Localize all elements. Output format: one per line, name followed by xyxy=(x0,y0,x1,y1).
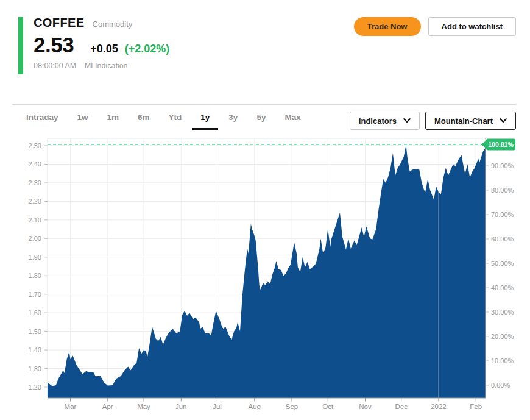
chevron-down-icon xyxy=(500,118,507,123)
svg-text:10.00%: 10.00% xyxy=(491,357,514,365)
svg-text:1.90: 1.90 xyxy=(29,254,41,261)
mountain-chart-svg[interactable]: 2.502.402.302.202.102.001.901.801.701.60… xyxy=(0,137,530,420)
svg-text:2022: 2022 xyxy=(431,403,447,410)
svg-text:Jun: Jun xyxy=(175,403,187,410)
svg-text:1.20: 1.20 xyxy=(29,383,41,391)
range-tab-1y[interactable]: 1y xyxy=(200,113,210,122)
chart-toolbar: Intraday1w1m6mYtd1y3y5yMax Indicators Mo… xyxy=(12,104,516,132)
chart-type-dropdown[interactable]: Mountain-Chart xyxy=(425,112,516,130)
svg-text:Sep: Sep xyxy=(286,403,298,410)
svg-text:Jul: Jul xyxy=(213,403,222,410)
svg-text:Aug: Aug xyxy=(249,403,261,410)
svg-text:60.00%: 60.00% xyxy=(491,235,514,243)
svg-text:1.70: 1.70 xyxy=(29,291,41,298)
chart-type-dropdown-label: Mountain-Chart xyxy=(434,116,493,126)
svg-text:2.00: 2.00 xyxy=(29,235,41,242)
range-tab-1m[interactable]: 1m xyxy=(107,113,119,122)
svg-text:90.00%: 90.00% xyxy=(491,162,514,169)
svg-text:1.60: 1.60 xyxy=(29,309,41,316)
price-change-absolute: +0.05 xyxy=(90,43,118,55)
add-to-watchlist-button[interactable]: Add to watchlist xyxy=(428,17,516,36)
header-actions: Trade Now Add to watchlist xyxy=(354,17,516,36)
quote-timestamp: 08:00:00 AM xyxy=(34,62,76,70)
svg-text:Feb: Feb xyxy=(470,403,482,410)
svg-text:Dec: Dec xyxy=(395,403,408,410)
range-tab-5y[interactable]: 5y xyxy=(256,113,266,122)
quote-header: COFFEE Commodity 2.53 +0.05 (+2.02%) 08:… xyxy=(34,16,169,70)
chevron-down-icon xyxy=(403,118,411,123)
indicators-dropdown-label: Indicators xyxy=(359,116,397,126)
svg-text:1.30: 1.30 xyxy=(29,365,41,372)
svg-text:40.00%: 40.00% xyxy=(491,284,514,291)
chart-controls: Indicators Mountain-Chart xyxy=(350,112,516,130)
svg-text:May: May xyxy=(137,403,150,410)
instrument-type: Commodity xyxy=(93,20,133,29)
svg-text:70.00%: 70.00% xyxy=(491,211,514,218)
svg-text:Oct: Oct xyxy=(322,403,334,410)
range-tab-6m[interactable]: 6m xyxy=(138,113,150,122)
range-tab-max[interactable]: Max xyxy=(284,113,300,122)
range-tab-intraday[interactable]: Intraday xyxy=(26,113,58,122)
trade-now-button[interactable]: Trade Now xyxy=(354,17,421,36)
svg-text:1.40: 1.40 xyxy=(29,346,41,354)
svg-text:30.00%: 30.00% xyxy=(491,308,514,316)
last-price: 2.53 xyxy=(34,34,74,55)
percent-change-badge: 100.81% xyxy=(488,141,514,148)
instrument-symbol: COFFEE xyxy=(34,16,85,30)
indicators-dropdown[interactable]: Indicators xyxy=(350,112,420,130)
range-tab-3y[interactable]: 3y xyxy=(228,113,238,122)
svg-text:20.00%: 20.00% xyxy=(491,333,514,340)
svg-text:1.80: 1.80 xyxy=(29,272,41,279)
svg-text:0.00%: 0.00% xyxy=(491,382,510,389)
range-tab-ytd[interactable]: Ytd xyxy=(169,113,182,122)
price-chart[interactable]: 2.502.402.302.202.102.001.901.801.701.60… xyxy=(0,137,530,420)
svg-text:2.50: 2.50 xyxy=(29,142,41,149)
svg-text:Apr: Apr xyxy=(102,403,113,410)
svg-text:Nov: Nov xyxy=(359,403,372,410)
svg-text:2.30: 2.30 xyxy=(29,179,41,187)
price-accent-bar xyxy=(18,17,23,74)
quote-source: MI Indication xyxy=(85,62,128,70)
price-change-percent: (+2.02%) xyxy=(125,43,170,55)
svg-text:Mar: Mar xyxy=(65,403,77,410)
range-tab-1w[interactable]: 1w xyxy=(77,113,88,122)
svg-text:50.00%: 50.00% xyxy=(491,260,514,267)
svg-text:1.50: 1.50 xyxy=(29,328,41,335)
svg-text:2.10: 2.10 xyxy=(29,216,41,224)
svg-text:2.40: 2.40 xyxy=(29,160,41,168)
svg-text:80.00%: 80.00% xyxy=(491,187,514,194)
svg-text:2.20: 2.20 xyxy=(29,198,41,205)
